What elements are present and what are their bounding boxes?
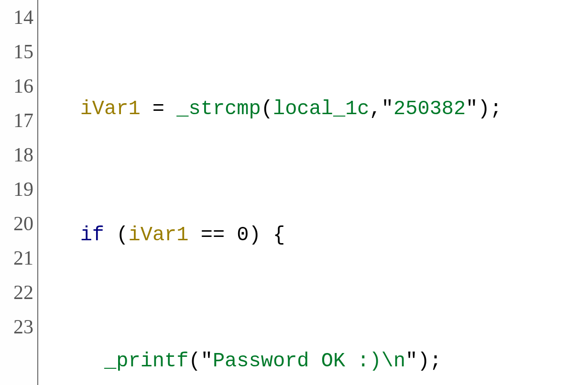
- paren: ): [478, 97, 490, 120]
- indent: [44, 224, 80, 246]
- brace: {: [261, 224, 285, 246]
- quote: ": [466, 97, 478, 120]
- semicolon: ;: [430, 350, 442, 373]
- function-name: _strcmp: [176, 97, 261, 120]
- line-number: 16: [0, 69, 33, 103]
- line-number: 19: [0, 172, 33, 206]
- string-literal: 250382: [393, 97, 466, 120]
- code-line[interactable]: if (iVar1 == 0) {: [44, 218, 588, 252]
- code-editor: 14 15 16 17 18 19 20 21 22 23 iVar1 = _s…: [0, 0, 588, 385]
- paren: ): [417, 350, 429, 373]
- code-line[interactable]: _printf("Password OK :)\n");: [44, 344, 588, 378]
- paren: (: [261, 97, 273, 120]
- quote: ": [381, 97, 393, 120]
- line-number: 15: [0, 34, 33, 69]
- identifier: iVar1: [128, 224, 188, 246]
- line-number: 20: [0, 206, 33, 241]
- line-number: 22: [0, 275, 33, 310]
- operator: ==: [189, 224, 237, 246]
- line-number-gutter: 14 15 16 17 18 19 20 21 22 23: [0, 0, 38, 385]
- function-name: _printf: [104, 350, 188, 373]
- string-literal: Password OK :)\n: [213, 350, 405, 373]
- quote: ": [405, 350, 417, 373]
- quote: ": [201, 350, 213, 373]
- paren: (: [104, 224, 128, 246]
- line-number: 21: [0, 241, 33, 275]
- line-number: 23: [0, 310, 33, 344]
- code-area[interactable]: iVar1 = _strcmp(local_1c,"250382"); if (…: [38, 0, 588, 385]
- paren: ): [249, 224, 261, 246]
- code-line[interactable]: iVar1 = _strcmp(local_1c,"250382");: [44, 92, 588, 126]
- comma: ,: [370, 97, 381, 120]
- keyword-if: if: [80, 224, 104, 246]
- indent: [44, 350, 104, 373]
- identifier: iVar1: [80, 97, 141, 120]
- identifier: local_1c: [273, 97, 370, 120]
- indent: [44, 97, 80, 120]
- semicolon: ;: [490, 97, 502, 120]
- operator: =: [141, 97, 177, 120]
- paren: (: [188, 350, 200, 373]
- number: 0: [237, 224, 249, 246]
- line-number: 14: [0, 0, 33, 34]
- line-number: 17: [0, 103, 33, 138]
- line-number: 18: [0, 138, 33, 172]
